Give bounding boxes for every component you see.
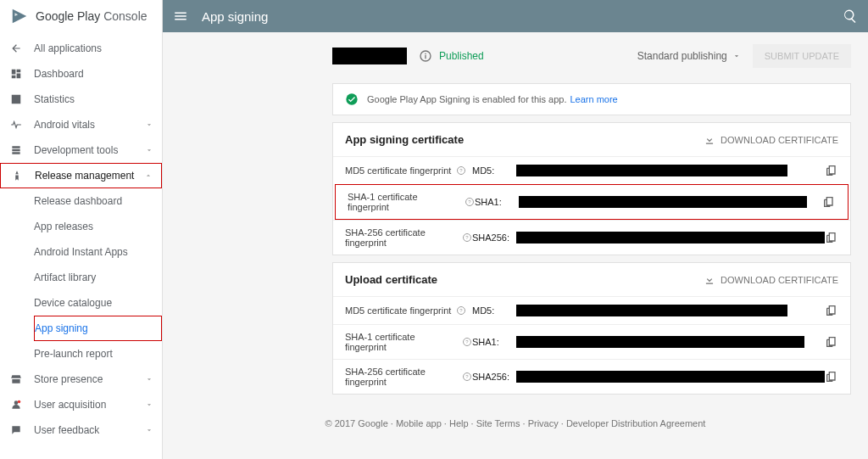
info-icon[interactable] [419, 49, 432, 63]
nav-store-presence[interactable]: Store presence [0, 367, 162, 392]
upload-sha1-row: SHA-1 certificate fingerprint? SHA1: [333, 324, 850, 359]
signing-sha1-row: SHA-1 certificate fingerprint? SHA1: [335, 184, 849, 220]
copy-icon[interactable] [825, 335, 838, 349]
cert-label: SHA-1 certificate fingerprint [345, 332, 457, 352]
nav-release-dashboard[interactable]: Release dashboard [34, 188, 162, 214]
nav-label: Store presence [34, 373, 103, 385]
download-icon [704, 274, 715, 286]
hamburger-icon[interactable] [173, 8, 188, 24]
footer-copyright: © 2017 Google [326, 418, 388, 428]
nav-label: Device catalogue [34, 297, 112, 309]
nav-app-signing[interactable]: App signing [34, 316, 162, 341]
submit-update-button: SUBMIT UPDATE [753, 44, 851, 68]
svg-point-0 [18, 400, 21, 404]
nav-development-tools[interactable]: Development tools [0, 137, 162, 163]
nav-instant-apps[interactable]: Android Instant Apps [34, 239, 162, 265]
copy-icon[interactable] [822, 195, 836, 209]
nav-label: User acquisition [34, 399, 106, 411]
publish-status: Published [439, 50, 484, 62]
help-icon[interactable]: ? [456, 305, 466, 316]
nav-user-acquisition[interactable]: User acquisition [0, 392, 162, 417]
chevron-down-icon [145, 426, 153, 434]
back-arrow-icon [8, 42, 24, 54]
help-icon[interactable]: ? [462, 372, 472, 382]
help-icon[interactable]: ? [462, 337, 472, 347]
chevron-up-icon [144, 171, 153, 180]
cert-prefix: SHA256: [472, 232, 516, 243]
download-signing-cert[interactable]: DOWNLOAD CERTIFICATE [704, 134, 838, 146]
copy-icon[interactable] [825, 370, 838, 383]
signing-cert-title: App signing certificate [345, 133, 464, 146]
nav-label: Dashboard [34, 68, 84, 80]
svg-text:?: ? [468, 199, 471, 204]
info-text: Google Play App Signing is enabled for t… [367, 94, 566, 104]
mode-label: Standard publishing [637, 50, 727, 62]
download-icon [704, 134, 715, 146]
nav-app-releases[interactable]: App releases [34, 214, 162, 239]
cert-label: SHA-256 certificate fingerprint [345, 367, 457, 387]
nav-device-catalogue[interactable]: Device catalogue [34, 290, 162, 316]
copy-icon[interactable] [825, 164, 838, 177]
info-banner: Google Play App Signing is enabled for t… [332, 83, 851, 115]
cert-value-redacted [516, 371, 825, 383]
footer-link[interactable]: Developer Distribution Agreement [566, 418, 705, 428]
nav-label: Android vitals [34, 119, 95, 131]
footer-link[interactable]: Mobile app [396, 418, 442, 428]
footer: © 2017 Google · Mobile app · Help · Site… [163, 401, 868, 428]
cert-prefix: SHA256: [472, 372, 516, 382]
publishing-mode-dropdown[interactable]: Standard publishing [637, 50, 741, 62]
help-icon[interactable]: ? [456, 165, 466, 176]
upload-cert-card: Upload certificate DOWNLOAD CERTIFICATE … [332, 262, 851, 395]
help-icon[interactable]: ? [462, 232, 472, 243]
topbar: App signing [163, 0, 868, 32]
upload-sha256-row: SHA-256 certificate fingerprint? SHA256: [333, 359, 850, 394]
cert-value-redacted [516, 305, 787, 316]
checkmark-icon [345, 92, 359, 106]
chevron-down-icon [145, 146, 153, 154]
svg-text:?: ? [465, 339, 469, 344]
svg-text:?: ? [465, 374, 469, 379]
copy-icon[interactable] [825, 304, 838, 317]
nav-label: Pre-launch report [34, 348, 113, 360]
cert-prefix: MD5: [472, 305, 516, 316]
nav-statistics[interactable]: Statistics [0, 87, 162, 112]
nav-label: Release management [35, 170, 134, 182]
download-upload-cert[interactable]: DOWNLOAD CERTIFICATE [704, 274, 838, 286]
store-icon [8, 373, 24, 385]
app-signing-cert-card: App signing certificate DOWNLOAD CERTIFI… [332, 122, 851, 255]
nav-artifact-library[interactable]: Artifact library [34, 265, 162, 290]
cert-prefix: MD5: [472, 165, 516, 176]
learn-more-link[interactable]: Learn more [570, 94, 617, 104]
footer-link[interactable]: Privacy [528, 418, 559, 428]
signing-sha256-row: SHA-256 certificate fingerprint? SHA256: [333, 220, 850, 255]
brand[interactable]: Google Play Console [0, 0, 162, 32]
copy-icon[interactable] [825, 231, 838, 244]
svg-text:?: ? [465, 235, 469, 240]
signing-md5-row: MD5 certificate fingerprint? MD5: [333, 156, 850, 184]
nav-android-vitals[interactable]: Android vitals [0, 112, 162, 137]
search-icon[interactable] [843, 8, 858, 24]
footer-link[interactable]: Site Terms [476, 418, 520, 428]
nav-prelaunch-report[interactable]: Pre-launch report [34, 341, 162, 367]
download-label: DOWNLOAD CERTIFICATE [721, 275, 838, 285]
vitals-icon [8, 119, 24, 131]
cert-value-redacted [516, 165, 787, 176]
help-icon[interactable]: ? [465, 197, 475, 207]
svg-point-2 [346, 93, 357, 104]
nav-all-applications[interactable]: All applications [0, 36, 162, 61]
nav-dashboard[interactable]: Dashboard [0, 61, 162, 87]
dashboard-icon [8, 68, 24, 80]
cert-label: SHA-1 certificate fingerprint [348, 192, 459, 212]
nav-user-feedback[interactable]: User feedback [0, 417, 162, 443]
chevron-down-icon [145, 400, 153, 409]
play-console-logo-icon [10, 7, 29, 25]
tools-icon [8, 144, 24, 156]
cert-value-redacted [519, 196, 807, 208]
nav-label: All applications [34, 42, 102, 54]
cert-value-redacted [516, 336, 804, 348]
cert-label: MD5 certificate fingerprint [345, 165, 451, 176]
nav-release-management[interactable]: Release management [0, 163, 162, 188]
app-name-redacted [332, 48, 407, 64]
dropdown-arrow-icon [732, 52, 741, 60]
footer-link[interactable]: Help [449, 418, 469, 428]
